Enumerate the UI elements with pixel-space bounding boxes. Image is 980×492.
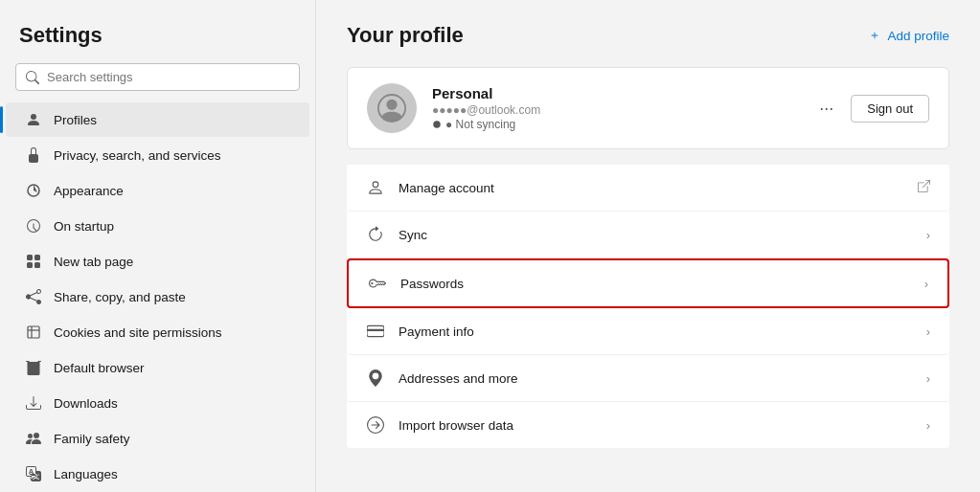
sidebar-item-privacy-label: Privacy, search, and services <box>54 148 221 163</box>
sync-icon <box>366 225 385 244</box>
main-content: Your profile Add profile Personal ●●●●●@… <box>316 0 980 492</box>
sidebar-item-profiles-label: Profiles <box>54 113 97 127</box>
sidebar-item-languages[interactable]: Languages <box>6 457 309 491</box>
import-chevron-icon: › <box>926 418 930 433</box>
languages-icon <box>25 465 42 482</box>
profile-email: ●●●●●@outlook.com <box>432 103 798 117</box>
sidebar-item-appearance-label: Appearance <box>54 184 124 198</box>
payment-chevron-icon: › <box>926 324 930 339</box>
add-profile-label: Add profile <box>887 29 949 43</box>
newtab-icon <box>25 253 42 270</box>
passwords-chevron-icon: › <box>924 277 928 291</box>
sidebar-item-share[interactable]: Share, copy, and paste <box>6 280 309 314</box>
sync-label: Sync <box>399 228 913 242</box>
sync-chevron-icon: › <box>926 228 930 242</box>
plus-icon <box>868 29 881 42</box>
sidebar-item-startup-label: On startup <box>54 219 114 234</box>
external-link-icon <box>918 180 930 195</box>
addresses-chevron-icon: › <box>926 371 930 386</box>
manage-account-label: Manage account <box>399 181 904 195</box>
search-input[interactable] <box>47 70 289 84</box>
menu-item-import[interactable]: Import browser data › <box>347 402 949 448</box>
sidebar-item-share-label: Share, copy, and paste <box>54 290 186 304</box>
family-icon <box>25 430 42 447</box>
avatar <box>367 83 417 133</box>
settings-title: Settings <box>0 15 315 63</box>
svg-rect-6 <box>367 329 384 331</box>
cookies-icon <box>25 324 42 341</box>
search-box[interactable] <box>15 63 300 91</box>
passwords-label: Passwords <box>400 277 911 291</box>
profile-status: ● Not syncing <box>432 118 798 131</box>
sidebar-item-cookies-label: Cookies and site permissions <box>54 325 222 340</box>
profile-name: Personal <box>432 85 798 101</box>
browser-icon <box>25 359 42 376</box>
menu-item-addresses[interactable]: Addresses and more › <box>347 355 949 402</box>
sidebar: Settings Profiles Privacy, search, and s… <box>0 0 316 492</box>
sign-out-button[interactable]: Sign out <box>851 95 929 123</box>
status-dot-icon <box>432 120 442 129</box>
addresses-label: Addresses and more <box>399 371 913 386</box>
menu-item-manage-account[interactable]: Manage account <box>347 165 949 212</box>
svg-point-4 <box>433 121 441 128</box>
appearance-icon <box>25 182 42 199</box>
page-title: Your profile <box>347 23 464 48</box>
profile-icon <box>25 111 42 128</box>
location-icon <box>366 369 385 388</box>
page-header: Your profile Add profile <box>347 23 949 48</box>
menu-items-container: Manage account Sync › Passwords › <box>347 165 949 448</box>
svg-rect-1 <box>28 326 39 338</box>
sidebar-item-profiles[interactable]: Profiles <box>6 102 309 137</box>
sidebar-item-cookies[interactable]: Cookies and site permissions <box>6 315 309 349</box>
three-dots-button[interactable]: ··· <box>813 96 839 121</box>
card-icon <box>366 322 385 341</box>
sidebar-item-downloads[interactable]: Downloads <box>6 386 309 420</box>
import-icon <box>366 415 385 435</box>
sidebar-item-languages-label: Languages <box>54 467 118 481</box>
sidebar-item-downloads-label: Downloads <box>54 396 118 411</box>
import-data-label: Import browser data <box>399 418 913 433</box>
avatar-icon <box>377 94 406 123</box>
profile-actions: ··· Sign out <box>813 95 929 123</box>
sidebar-item-newtab-label: New tab page <box>54 255 133 269</box>
profile-info: Personal ●●●●●@outlook.com ● Not syncing <box>432 85 798 131</box>
sidebar-item-appearance[interactable]: Appearance <box>6 173 309 208</box>
startup-icon <box>25 217 42 235</box>
payment-info-label: Payment info <box>399 324 913 339</box>
sidebar-item-newtab[interactable]: New tab page <box>6 244 309 279</box>
downloads-icon <box>25 394 42 412</box>
person-icon <box>366 178 385 197</box>
menu-item-passwords[interactable]: Passwords › <box>347 258 949 308</box>
add-profile-button[interactable]: Add profile <box>868 29 949 43</box>
profile-card: Personal ●●●●●@outlook.com ● Not syncing… <box>347 67 949 149</box>
sidebar-item-default-browser-label: Default browser <box>54 361 145 375</box>
sidebar-item-family[interactable]: Family safety <box>6 421 309 456</box>
sidebar-item-family-label: Family safety <box>54 432 130 446</box>
sidebar-item-startup[interactable]: On startup <box>6 209 309 243</box>
menu-item-sync[interactable]: Sync › <box>347 212 949 258</box>
share-icon <box>25 288 42 305</box>
sidebar-item-default-browser[interactable]: Default browser <box>6 350 309 385</box>
lock-icon <box>25 146 42 164</box>
menu-item-payment[interactable]: Payment info › <box>347 308 949 355</box>
sidebar-item-privacy[interactable]: Privacy, search, and services <box>6 138 309 172</box>
search-icon <box>26 71 39 84</box>
key-icon <box>368 274 387 293</box>
